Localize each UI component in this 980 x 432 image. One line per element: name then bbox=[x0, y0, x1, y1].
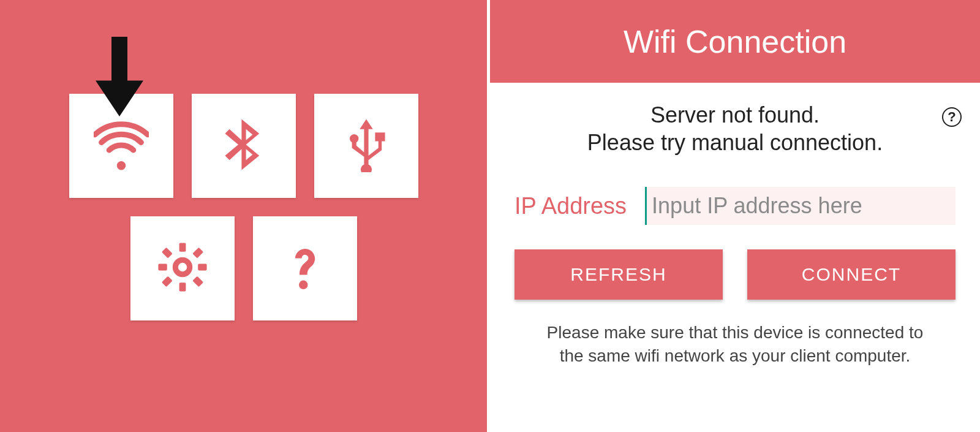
wifi-icon bbox=[94, 117, 149, 175]
svg-rect-5 bbox=[192, 276, 203, 287]
settings-tile[interactable] bbox=[130, 216, 235, 320]
panel-title: Wifi Connection bbox=[490, 0, 980, 83]
panel-title-text: Wifi Connection bbox=[624, 23, 846, 60]
connect-button[interactable]: CONNECT bbox=[747, 249, 956, 300]
ip-address-input[interactable] bbox=[645, 187, 956, 225]
svg-rect-2 bbox=[158, 263, 167, 270]
pointer-arrow-icon bbox=[95, 37, 144, 119]
usb-tile[interactable] bbox=[314, 94, 418, 198]
refresh-button[interactable]: REFRESH bbox=[514, 249, 723, 300]
status-line-1: Server not found. bbox=[508, 101, 962, 129]
bluetooth-icon bbox=[216, 117, 271, 175]
action-buttons: REFRESH CONNECT bbox=[508, 249, 962, 300]
usb-icon bbox=[339, 117, 394, 175]
network-hint: Please make sure that this device is con… bbox=[508, 321, 962, 368]
panel-content: Server not found. Please try manual conn… bbox=[490, 83, 980, 432]
svg-rect-0 bbox=[179, 243, 186, 251]
help-tile[interactable] bbox=[253, 216, 357, 320]
wifi-connection-panel: Wifi Connection Server not found. Please… bbox=[490, 0, 980, 432]
status-message: Server not found. Please try manual conn… bbox=[508, 101, 962, 156]
bluetooth-tile[interactable] bbox=[192, 94, 296, 198]
help-icon[interactable]: ? bbox=[942, 107, 962, 127]
status-line-2: Please try manual connection. bbox=[508, 129, 962, 156]
question-icon bbox=[277, 240, 333, 297]
ip-address-row: IP Address bbox=[508, 187, 962, 225]
svg-rect-4 bbox=[161, 247, 172, 258]
svg-point-8 bbox=[299, 280, 307, 289]
svg-rect-1 bbox=[179, 282, 186, 291]
svg-rect-6 bbox=[192, 247, 203, 258]
tiles-row-bottom bbox=[130, 216, 357, 320]
connection-tiles-panel bbox=[0, 0, 487, 432]
svg-rect-7 bbox=[161, 276, 172, 287]
ip-address-label: IP Address bbox=[514, 193, 627, 219]
svg-rect-3 bbox=[198, 263, 206, 270]
gear-icon bbox=[155, 240, 210, 297]
